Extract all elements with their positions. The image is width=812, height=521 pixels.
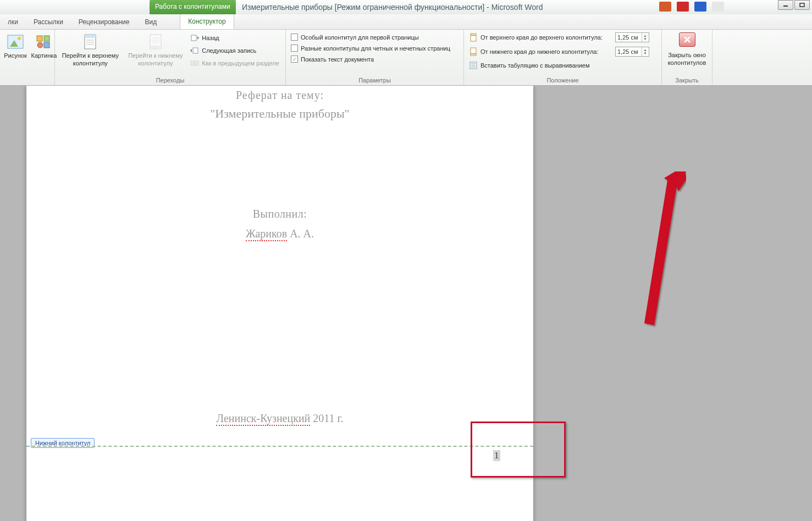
position-from-bottom-label: От нижнего края до нижнего колонтитула: xyxy=(480,48,612,55)
group-label-position: Положение xyxy=(467,76,658,85)
title-bar: Работа с колонтитулами Измерительные при… xyxy=(0,0,812,14)
checkbox-checked-icon: ✓ xyxy=(291,56,298,63)
clipart-icon xyxy=(35,33,53,51)
link-prev-icon xyxy=(190,59,199,68)
svg-rect-1 xyxy=(800,3,804,7)
back-icon xyxy=(190,34,199,42)
position-from-top-row: От верхнего края до верхнего колонтитула… xyxy=(467,31,658,43)
margin-top-icon xyxy=(469,33,478,42)
option-show-doc-text[interactable]: ✓ Показать текст документа xyxy=(289,54,452,64)
annotation-red-box xyxy=(471,422,566,478)
nav-next-button[interactable]: Следующая запись xyxy=(189,45,282,56)
doc-author-surname: Жариков xyxy=(246,228,287,241)
svg-rect-5 xyxy=(37,36,42,41)
insert-alignment-tab-button[interactable]: Вставить табуляцию с выравниванием xyxy=(467,60,658,71)
page-footer-icon xyxy=(147,33,164,51)
goto-header-button[interactable]: Перейти к верхнему колонтитулу xyxy=(58,31,123,76)
option-diff-first-page[interactable]: Особый колонтитул для первой страницы xyxy=(289,32,452,42)
svg-point-4 xyxy=(18,37,21,40)
checkbox-unchecked-icon xyxy=(291,34,298,41)
spinner-header-from-top[interactable]: 1,25 см ▲▼ xyxy=(615,32,649,42)
svg-rect-21 xyxy=(193,48,198,53)
spinner-bottom-value: 1,25 см xyxy=(617,48,638,55)
option-diff-first-label: Особый колонтитул для первой страницы xyxy=(301,34,419,41)
doc-line-city-year: Ленинск-Кузнецкий 2011 г. xyxy=(26,412,533,425)
spinner-arrows-icon[interactable]: ▲▼ xyxy=(642,47,648,56)
document-area[interactable]: Реферат на тему: "Измерительные приборы"… xyxy=(0,86,812,521)
goto-header-label: Перейти к верхнему колонтитулу xyxy=(59,52,121,68)
nav-back-label: Назад xyxy=(202,35,219,41)
close-icon xyxy=(683,35,692,44)
insert-alignment-tab-label: Вставить табуляцию с выравниванием xyxy=(480,62,590,69)
picture-icon xyxy=(7,33,24,51)
svg-rect-24 xyxy=(195,61,198,65)
checkbox-unchecked-icon xyxy=(291,45,298,52)
close-header-footer-button[interactable] xyxy=(679,32,695,47)
contextual-tab-header-footer: Работа с колонтитулами xyxy=(150,0,236,14)
svg-point-7 xyxy=(37,42,43,48)
tab-partial[interactable]: лки xyxy=(0,15,26,29)
option-show-doc-label: Показать текст документа xyxy=(301,56,374,63)
spinner-arrows-icon[interactable]: ▲▼ xyxy=(642,33,648,42)
doc-city: Ленинск-Кузнецкий xyxy=(216,412,310,426)
insert-clipart-button[interactable]: Картинка xyxy=(31,31,57,82)
position-from-top-label: От верхнего края до верхнего колонтитула… xyxy=(480,34,612,41)
window-minimize-button[interactable] xyxy=(778,0,793,10)
goto-footer-button: Перейти к нижнему колонтитулу xyxy=(126,31,186,76)
tab-mailings[interactable]: Рассылки xyxy=(26,15,71,29)
ribbon-tabs: лки Рассылки Рецензирование Вид Конструк… xyxy=(0,14,812,30)
doc-line-vypolnil: Выполнил: xyxy=(26,208,533,220)
window-maximize-button[interactable] xyxy=(794,0,810,10)
group-label-navigation: Переходы xyxy=(58,76,282,85)
svg-rect-10 xyxy=(85,35,96,38)
alignment-tab-icon xyxy=(469,61,478,70)
option-diff-odd-even-label: Разные колонтитулы для четных и нечетных… xyxy=(301,45,450,52)
nav-prev-section-label: Как в предыдущем разделе xyxy=(202,60,279,66)
tab-view[interactable]: Вид xyxy=(137,15,165,29)
svg-rect-8 xyxy=(44,42,49,48)
spinner-top-value: 1,25 см xyxy=(617,34,638,41)
annotation-red-arrow xyxy=(642,171,686,331)
svg-rect-15 xyxy=(150,46,161,49)
goto-footer-label: Перейти к нижнему колонтитулу xyxy=(127,52,185,68)
doc-line-referat: Реферат на тему: xyxy=(26,89,533,102)
doc-author-initials: А. А. xyxy=(287,228,314,240)
tab-review[interactable]: Рецензирование xyxy=(71,15,137,29)
insert-picture-button[interactable]: Рисунок xyxy=(3,31,27,82)
svg-rect-23 xyxy=(191,61,194,65)
margin-bottom-icon xyxy=(469,47,478,56)
nav-next-label: Следующая запись xyxy=(202,47,256,54)
svg-rect-6 xyxy=(44,36,49,41)
window-title: Измерительные приборы [Режим ограниченно… xyxy=(242,3,543,12)
svg-marker-35 xyxy=(644,171,686,325)
group-label-insert xyxy=(3,82,51,85)
position-from-bottom-row: От нижнего края до нижнего колонтитула: … xyxy=(467,46,658,58)
insert-picture-label: Рисунок xyxy=(4,52,27,60)
group-label-options: Параметры xyxy=(289,76,460,85)
nav-prev-section-button: Как в предыдущем разделе xyxy=(189,58,282,69)
footer-boundary-line xyxy=(26,446,533,447)
insert-clipart-label: Картинка xyxy=(31,52,57,60)
option-diff-odd-even[interactable]: Разные колонтитулы для четных и нечетных… xyxy=(289,43,452,53)
tab-constructor[interactable]: Конструктор xyxy=(180,14,234,29)
svg-marker-36 xyxy=(671,174,686,191)
next-icon xyxy=(190,46,199,55)
page-header-icon xyxy=(81,33,99,51)
doc-line-author: Жариков А. А. xyxy=(26,228,533,240)
spinner-footer-from-bottom[interactable]: 1,25 см ▲▼ xyxy=(615,47,649,57)
svg-rect-19 xyxy=(191,35,196,41)
document-page[interactable]: Реферат на тему: "Измерительные приборы"… xyxy=(26,86,533,521)
svg-marker-22 xyxy=(190,49,192,52)
group-label-close: Закрыть xyxy=(665,76,709,85)
doc-line-title: "Измерительные приборы" xyxy=(26,107,533,121)
svg-marker-20 xyxy=(197,36,199,40)
doc-year: 2011 г. xyxy=(310,412,343,424)
background-taskbar-icons xyxy=(659,2,724,12)
ribbon: Рисунок Картинка Перейти к верхнему коло… xyxy=(0,30,812,86)
close-header-footer-label: Закрыть окно колонтитулов xyxy=(665,52,709,67)
nav-back-button[interactable]: Назад xyxy=(189,32,282,43)
